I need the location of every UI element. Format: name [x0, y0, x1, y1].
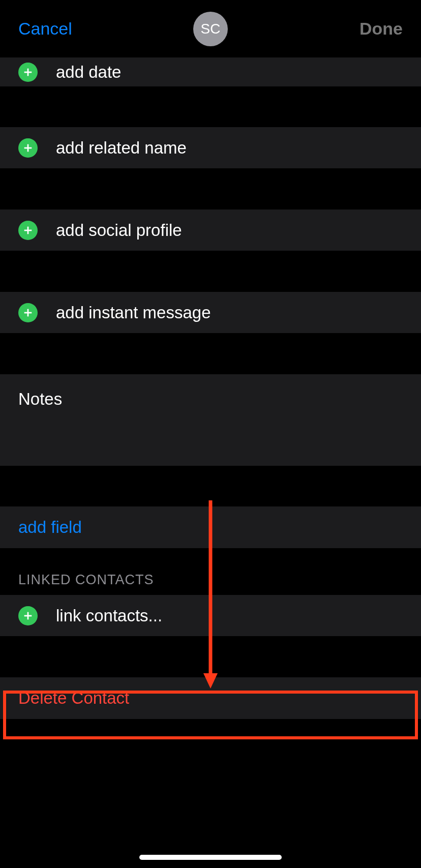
- plus-icon[interactable]: [18, 303, 38, 322]
- plus-icon[interactable]: [18, 63, 38, 82]
- cancel-button[interactable]: Cancel: [18, 19, 72, 39]
- delete-contact-row[interactable]: Delete Contact: [0, 677, 421, 719]
- add-instant-message-row[interactable]: add instant message: [0, 292, 421, 334]
- link-contacts-label: link contacts...: [56, 606, 162, 625]
- add-date-row[interactable]: add date: [0, 57, 421, 86]
- avatar-initials: SC: [201, 21, 221, 37]
- spacer: [0, 466, 421, 506]
- notes-label: Notes: [18, 390, 62, 408]
- add-related-name-label: add related name: [56, 138, 187, 158]
- plus-icon[interactable]: [18, 606, 38, 625]
- add-related-name-row[interactable]: add related name: [0, 127, 421, 169]
- add-instant-message-label: add instant message: [56, 303, 211, 322]
- spacer: [0, 86, 421, 127]
- plus-icon[interactable]: [18, 221, 38, 240]
- linked-contacts-label: LINKED CONTACTS: [18, 572, 154, 588]
- done-button[interactable]: Done: [359, 19, 403, 39]
- add-field-row[interactable]: add field: [0, 506, 421, 548]
- add-date-label: add date: [56, 63, 121, 82]
- plus-icon[interactable]: [18, 138, 38, 158]
- contact-avatar[interactable]: SC: [193, 12, 228, 46]
- linked-contacts-section-header: LINKED CONTACTS: [0, 548, 421, 595]
- home-indicator[interactable]: [139, 855, 282, 860]
- edit-contact-header: Cancel SC Done: [0, 0, 421, 57]
- spacer: [0, 637, 421, 677]
- add-social-profile-row[interactable]: add social profile: [0, 209, 421, 251]
- add-social-profile-label: add social profile: [56, 221, 182, 240]
- add-field-label: add field: [18, 518, 82, 537]
- link-contacts-row[interactable]: link contacts...: [0, 595, 421, 637]
- notes-field[interactable]: Notes: [0, 374, 421, 466]
- spacer: [0, 334, 421, 374]
- delete-contact-label: Delete Contact: [18, 689, 129, 708]
- spacer: [0, 169, 421, 209]
- spacer: [0, 251, 421, 292]
